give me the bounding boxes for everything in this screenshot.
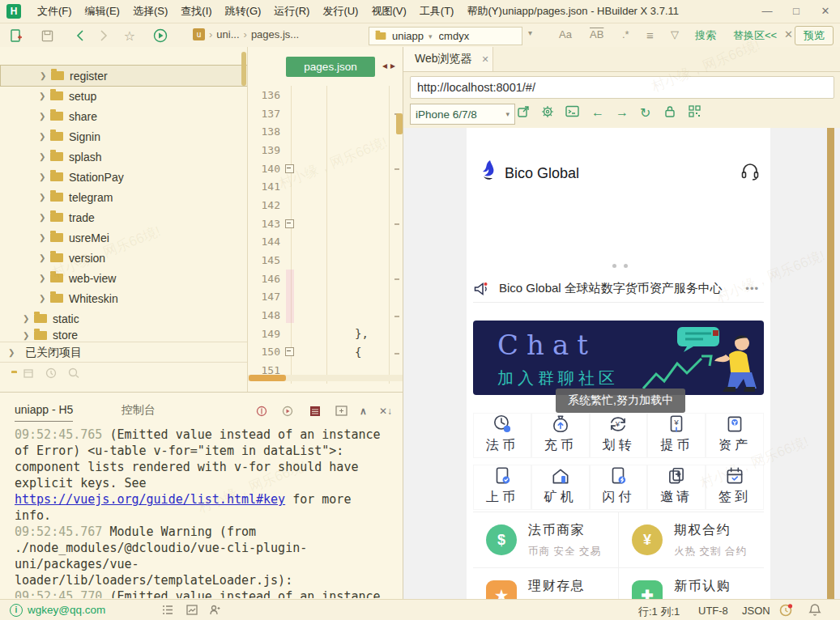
menu-item-shangbi[interactable]: 上币 — [473, 465, 531, 510]
tree-scrollbar[interactable] — [241, 52, 246, 86]
outline-list-icon[interactable] — [162, 605, 173, 615]
menu-item-view[interactable]: 视图(V) — [365, 0, 412, 23]
whole-word-toggle[interactable]: AB — [590, 28, 603, 40]
new-file-button[interactable] — [8, 28, 24, 44]
close-button[interactable]: ✕ — [811, 0, 840, 23]
update-notification-icon[interactable] — [779, 603, 793, 617]
share-user-icon[interactable] — [209, 605, 220, 615]
announcement-bar[interactable]: Bico Global 全球站数字货币资产服务中心 ••• — [473, 275, 764, 303]
breadcrumb-file[interactable]: pages.js... — [251, 28, 299, 40]
open-external-icon[interactable] — [517, 105, 530, 118]
tree-item-version[interactable]: ❯version — [0, 248, 247, 268]
bookmark-star-icon[interactable]: ☆ — [122, 28, 138, 44]
card-options-contract[interactable]: ¥ 期权合约 火热 交割 合约 — [619, 512, 764, 567]
url-input[interactable] — [410, 76, 834, 99]
menu-item-chongbi[interactable]: 充币 — [531, 413, 590, 458]
save-button[interactable] — [39, 28, 55, 44]
menu-item-zichan[interactable]: 资产 — [706, 413, 764, 458]
restart-icon[interactable] — [282, 406, 293, 417]
fold-marker[interactable] — [285, 347, 294, 356]
breadcrumb-project[interactable]: uni... — [216, 28, 239, 40]
debug-phone-icon[interactable] — [256, 406, 267, 417]
regex-toggle[interactable]: .* — [622, 28, 629, 40]
editor-vertical-scrollbar[interactable] — [396, 113, 403, 134]
menu-item-tibi[interactable]: ¥ 提币 — [647, 413, 706, 458]
menu-item-run[interactable]: 运行(R) — [267, 0, 316, 23]
tab-uniapp-h5[interactable]: uniapp - H5 — [15, 403, 73, 422]
tree-item-signin[interactable]: ❯Signin — [0, 126, 247, 147]
cursor-position[interactable]: 行:1 列:1 — [638, 605, 680, 619]
menu-item-qiandao[interactable]: 签到 — [706, 465, 764, 510]
tree-item-setup[interactable]: ❯setup — [0, 86, 247, 106]
qr-code-icon[interactable] — [689, 105, 701, 117]
history-icon[interactable] — [45, 367, 57, 379]
global-search-icon[interactable] — [68, 367, 80, 379]
console-link[interactable]: https://vuejs.org/guide/list.html#key — [15, 492, 285, 507]
tree-item-stationpay[interactable]: ❯StationPay — [0, 167, 247, 187]
console-log-area[interactable]: 09:52:45.765 (Emitted value instead of a… — [15, 427, 389, 598]
browser-scrollbar[interactable] — [827, 128, 834, 599]
forward-button[interactable] — [96, 28, 112, 44]
refresh-icon[interactable]: ↻ — [640, 105, 650, 121]
filter-icon[interactable]: ▽ — [671, 28, 679, 40]
minimize-button[interactable]: — — [753, 0, 782, 23]
search-input[interactable] — [437, 29, 497, 43]
tree-item-web-view[interactable]: ❯web-view — [0, 268, 247, 288]
tree-item-trade[interactable]: ❯trade — [0, 207, 247, 227]
menu-item-file[interactable]: 文件(F) — [31, 0, 79, 23]
run-button[interactable] — [152, 28, 168, 44]
chat-banner[interactable]: Chat 加入群聊社区 — [473, 321, 764, 395]
tree-item-store[interactable]: ❯store — [0, 329, 247, 342]
tree-item-telegram[interactable]: ❯telegram — [0, 187, 247, 207]
menu-item-huazhuan[interactable]: ¥ 划转 — [590, 413, 648, 458]
image-preview-icon[interactable] — [186, 605, 198, 615]
card-fiat-merchant[interactable]: $ 法币商家 币商 安全 交易 — [473, 512, 618, 567]
device-select[interactable]: iPhone 6/7/8 ▾ — [410, 104, 515, 125]
menu-item-goto[interactable]: 跳转(G) — [219, 0, 268, 23]
tab-pages-json[interactable]: pages.json — [286, 57, 375, 77]
customer-service-icon[interactable] — [740, 162, 760, 181]
closed-projects-row[interactable]: ❯ 已关闭项目 — [0, 342, 247, 363]
project-search-box[interactable]: uniapp ▾ — [369, 27, 522, 45]
close-tab-icon[interactable]: ✕ — [482, 54, 489, 65]
tree-item-share[interactable]: ❯share — [0, 106, 247, 126]
encoding-indicator[interactable]: UTF-8 — [698, 605, 728, 617]
tree-item-whiteskin[interactable]: ❯Whiteskin — [0, 288, 247, 308]
new-window-icon[interactable] — [335, 406, 348, 416]
chevron-down-icon[interactable]: ▾ — [528, 28, 532, 37]
package-icon[interactable] — [23, 367, 34, 379]
card-wealth-interest[interactable]: ★ 理财存息 高效 理财 投资 — [473, 568, 618, 599]
devtools-console-icon[interactable] — [565, 105, 579, 117]
card-new-coin[interactable]: ✚ 新币认购 项目 优质 申购 — [619, 568, 764, 599]
tree-item-static[interactable]: ❯static — [0, 308, 247, 329]
menu-item-shanfu[interactable]: 闪付 — [590, 465, 648, 510]
clear-log-icon[interactable] — [309, 406, 321, 417]
close-search-icon[interactable]: ✕ — [784, 28, 793, 40]
editor-horizontal-scrollbar[interactable] — [249, 375, 286, 381]
preview-button[interactable]: 预览 — [795, 26, 834, 45]
back-button[interactable] — [71, 28, 87, 44]
forward-arrow-icon[interactable]: → — [616, 105, 629, 120]
maximize-button[interactable]: □ — [782, 0, 811, 23]
replace-button[interactable]: 替换区<< — [733, 28, 777, 43]
fold-marker[interactable] — [285, 219, 294, 228]
menu-item-find[interactable]: 查找(I) — [174, 0, 218, 23]
menu-item-select[interactable]: 选择(S) — [126, 0, 174, 23]
menu-item-edit[interactable]: 编辑(E) — [79, 0, 126, 23]
bell-icon[interactable] — [808, 603, 821, 617]
list-lines-icon[interactable]: ≡ — [646, 28, 654, 42]
settings-gear-icon[interactable] — [541, 105, 554, 118]
menu-item-tools[interactable]: 工具(T) — [413, 0, 461, 23]
menu-item-publish[interactable]: 发行(U) — [316, 0, 365, 23]
more-dots[interactable]: ••• — [745, 282, 759, 295]
tree-item-splash[interactable]: ❯splash — [0, 147, 247, 167]
tree-item-usremei[interactable]: ❯usreMei — [0, 227, 247, 248]
account-email[interactable]: wgkey@qq.com — [28, 604, 105, 616]
match-case-toggle[interactable]: Aa — [559, 28, 572, 40]
project-select[interactable]: uniapp — [392, 30, 424, 42]
menu-item-kuangji[interactable]: 矿机 — [531, 465, 590, 510]
menu-item-fabi[interactable]: 法币 — [473, 413, 531, 458]
close-panel-icon[interactable]: ✕↓ — [379, 406, 392, 417]
menu-item-help[interactable]: 帮助(Y) — [460, 0, 508, 23]
search-button[interactable]: 搜索 — [695, 28, 716, 43]
